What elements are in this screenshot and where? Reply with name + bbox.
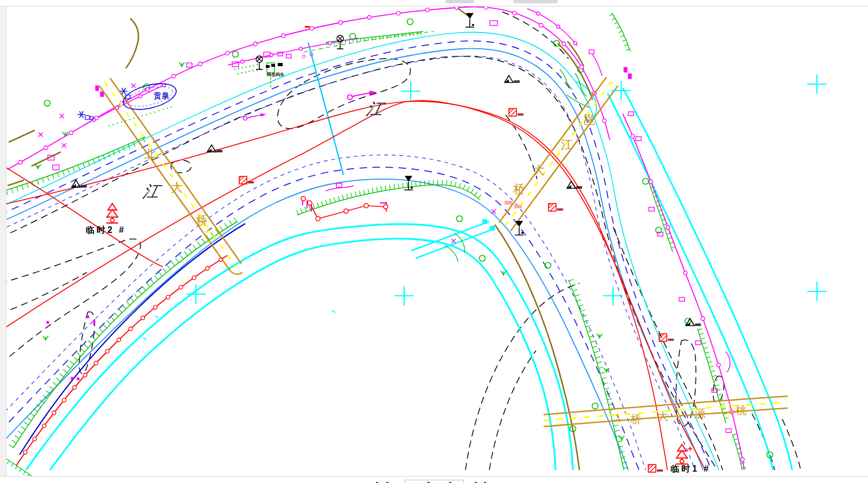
boundary-layer <box>8 5 744 470</box>
bridge3-char-3: 桥 <box>630 414 641 424</box>
bridge1-char-0: 北 <box>144 149 156 161</box>
bridge3-char-0: 桃 <box>736 405 746 416</box>
bridge2-char-2: 大 <box>533 164 545 176</box>
bottom-toolbar <box>0 476 868 483</box>
label-river-center: 江 <box>365 101 385 117</box>
bridge2-char-1: 江 <box>561 139 573 151</box>
route-lines <box>0 26 705 470</box>
bridge2-char-0: 邕 <box>583 114 595 126</box>
contour-lines <box>0 12 801 470</box>
label-temp-bm1: 临时1 # <box>671 465 711 473</box>
bridge1-char-1: 大 <box>171 182 183 194</box>
label-temp-bm2: 临时2 # <box>86 226 126 234</box>
toolbar-button-remnant-1[interactable] <box>445 0 474 3</box>
bridge3-char-1: 源 <box>695 408 706 419</box>
left-chrome <box>0 0 7 483</box>
bridge2-char-3: 桥 <box>513 183 525 195</box>
label-island: 贡泉 <box>154 92 170 99</box>
top-chrome <box>0 0 868 7</box>
label-river-left: 江 <box>142 183 161 200</box>
vegetation-layer <box>0 13 746 480</box>
dirt-tracks <box>8 8 592 470</box>
toolbar-button-remnant-2[interactable] <box>513 0 558 3</box>
bridge3-char-2: 大 <box>658 411 668 422</box>
app-window: 江 江 贡泉 民生码头 临时2 # 临时1 # 北 大 桥 邕 江 大 桥 桃 … <box>0 0 868 483</box>
bridge1-char-2: 桥 <box>196 215 208 227</box>
drawing-canvas[interactable]: 江 江 贡泉 民生码头 临时2 # 临时1 # 北 大 桥 邕 江 大 桥 桃 … <box>0 0 868 483</box>
inner-waterline <box>0 155 646 470</box>
toolbar-input[interactable] <box>404 480 464 483</box>
label-wharf: 民生码头 <box>267 73 284 77</box>
water-edges <box>26 42 792 470</box>
island-outline <box>120 79 178 115</box>
